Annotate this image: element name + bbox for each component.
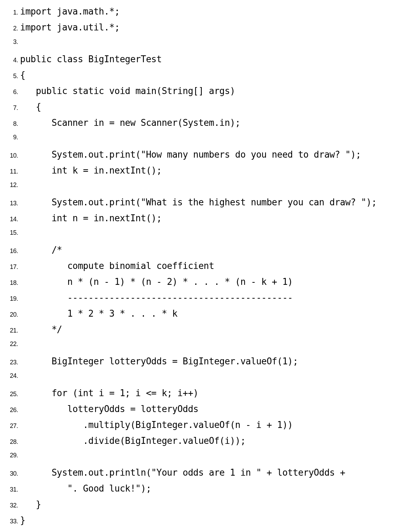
line-number: 6. [3, 89, 20, 95]
code-text: ----------------------------------------… [20, 293, 293, 302]
code-line: 25. for (int i = 1; i <= k; i++) [3, 389, 404, 404]
code-text: lotteryOdds = lotteryOdds [20, 404, 198, 413]
line-number: 15. [3, 230, 20, 236]
code-text: .multiply(BigInteger.valueOf(n - i + 1)) [20, 420, 293, 429]
line-number: 32. [3, 502, 20, 508]
code-text: int n = in.nextInt(); [20, 214, 162, 223]
line-number: 28. [3, 439, 20, 445]
code-text: public static void main(String[] args) [20, 86, 235, 95]
code-line: 33. } [3, 516, 404, 532]
code-text: ". Good luck!"); [20, 484, 151, 493]
line-number: 25. [3, 391, 20, 397]
code-text: } [20, 516, 25, 525]
line-number: 14. [3, 216, 20, 222]
code-line: 8. Scanner in = new Scanner(System.in); [3, 118, 404, 134]
code-line: 19. ------------------------------------… [3, 293, 404, 309]
line-number: 17. [3, 264, 20, 270]
code-line: 20. 1 * 2 * 3 * . . . * k [3, 309, 404, 325]
line-number: 30. [3, 470, 20, 477]
code-line: 3. [3, 39, 404, 55]
code-text: for (int i = 1; i <= k; i++) [20, 389, 198, 398]
code-line: 16. /* [3, 245, 404, 261]
code-line: 5. { [3, 71, 404, 86]
line-number: 16. [3, 248, 20, 254]
code-line: 32. } [3, 500, 404, 516]
code-line: 7. { [3, 102, 404, 118]
code-line: 9. [3, 134, 404, 150]
line-number: 21. [3, 327, 20, 334]
code-line: 26. lotteryOdds = lotteryOdds [3, 404, 404, 420]
line-number: 19. [3, 296, 20, 302]
line-number: 18. [3, 280, 20, 286]
line-number: 3. [3, 39, 20, 45]
code-line: 10. System.out.print("How many numbers d… [3, 150, 404, 166]
line-number: 26. [3, 407, 20, 413]
line-number: 4. [3, 57, 20, 63]
line-number: 29. [3, 452, 20, 458]
code-text: import java.math.*; [20, 7, 120, 16]
code-text: } [20, 500, 41, 509]
code-text: 1 * 2 * 3 * . . . * k [20, 309, 178, 318]
line-number: 1. [3, 9, 20, 16]
line-number: 31. [3, 486, 20, 493]
code-line: 12. [3, 182, 404, 198]
line-number: 24. [3, 373, 20, 379]
code-listing: 1. import java.math.*; 2. import java.ut… [3, 7, 404, 532]
code-text: import java.util.*; [20, 23, 120, 32]
code-line: 29. [3, 452, 404, 468]
code-line: 22. [3, 341, 404, 357]
code-text: System.out.print("How many numbers do yo… [20, 150, 361, 159]
code-text: public class BigIntegerTest [20, 55, 162, 64]
code-text: BigInteger lotteryOdds = BigInteger.valu… [20, 357, 298, 366]
code-text: Scanner in = new Scanner(System.in); [20, 118, 240, 127]
code-line: 15. [3, 230, 404, 245]
code-text: compute binomial coefficient [20, 261, 214, 270]
code-line: 1. import java.math.*; [3, 7, 404, 23]
code-line: 18. n * (n - 1) * (n - 2) * . . . * (n -… [3, 277, 404, 293]
line-number: 10. [3, 152, 20, 159]
line-number: 13. [3, 200, 20, 206]
code-line: 2. import java.util.*; [3, 23, 404, 39]
code-text: .divide(BigInteger.valueOf(i)); [20, 436, 246, 445]
code-line: 24. [3, 373, 404, 389]
code-line: 21. */ [3, 325, 404, 341]
code-text: System.out.println("Your odds are 1 in "… [20, 468, 345, 477]
code-line: 11. int k = in.nextInt(); [3, 166, 404, 182]
code-line: 14. int n = in.nextInt(); [3, 214, 404, 230]
code-line: 28. .divide(BigInteger.valueOf(i)); [3, 436, 404, 452]
code-text: n * (n - 1) * (n - 2) * . . . * (n - k +… [20, 277, 293, 286]
code-line: 31. ". Good luck!"); [3, 484, 404, 500]
code-line: 17. compute binomial coefficient [3, 261, 404, 277]
code-line: 13. System.out.print("What is the highes… [3, 198, 404, 214]
line-number: 27. [3, 423, 20, 429]
line-number: 33. [3, 518, 20, 524]
line-number: 2. [3, 25, 20, 31]
code-line: 23. BigInteger lotteryOdds = BigInteger.… [3, 357, 404, 373]
code-line: 4. public class BigIntegerTest [3, 55, 404, 71]
code-line: 30. System.out.println("Your odds are 1 … [3, 468, 404, 484]
line-number: 9. [3, 134, 20, 140]
code-text: */ [20, 325, 62, 334]
code-text: { [20, 71, 25, 80]
line-number: 12. [3, 182, 20, 188]
code-text: int k = in.nextInt(); [20, 166, 162, 175]
code-line: 27. .multiply(BigInteger.valueOf(n - i +… [3, 420, 404, 436]
line-number: 22. [3, 341, 20, 347]
line-number: 23. [3, 359, 20, 365]
line-number: 11. [3, 168, 20, 175]
line-number: 8. [3, 121, 20, 127]
line-number: 5. [3, 73, 20, 79]
line-number: 20. [3, 311, 20, 318]
code-text: /* [20, 245, 62, 254]
code-line: 6. public static void main(String[] args… [3, 86, 404, 102]
code-text: { [20, 102, 41, 111]
line-number: 7. [3, 105, 20, 111]
code-text: System.out.print("What is the highest nu… [20, 198, 377, 207]
